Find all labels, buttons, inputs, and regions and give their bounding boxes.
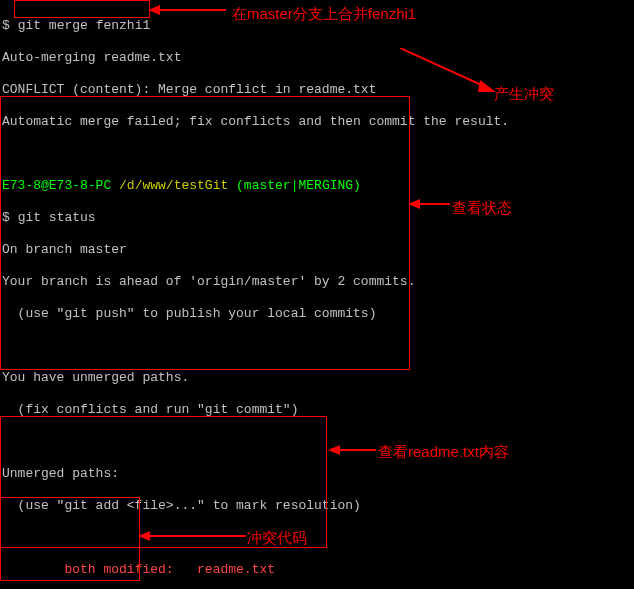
svg-marker-1 (148, 5, 160, 15)
empty-line (2, 338, 632, 354)
status-fix: (fix conflicts and run "git commit") (2, 402, 632, 418)
annot-cat: 查看readme.txt内容 (378, 444, 509, 460)
box-merge-cmd (14, 0, 150, 18)
box-status (0, 96, 410, 370)
prompt-dollar: $ (2, 18, 10, 33)
prompt-line: E73-8@E73-8-PC /d/www/testGit (master|ME… (2, 178, 632, 194)
empty-line (2, 434, 632, 450)
cmd-status: git status (18, 210, 96, 225)
status-ahead: Your branch is ahead of 'origin/master' … (2, 274, 632, 290)
merge-failed: Automatic merge failed; fix conflicts an… (2, 114, 632, 130)
status-add-resolve: (use "git add <file>..." to mark resolut… (2, 498, 632, 514)
annot-conflict: 产生冲突 (494, 86, 554, 102)
arrow-icon (148, 2, 228, 18)
annot-merge: 在master分支上合并fenzhi1 (232, 6, 416, 22)
svg-marker-5 (408, 199, 420, 209)
both-modified-line: both modified: readme.txt (2, 562, 632, 578)
status-push: (use "git push" to publish your local co… (2, 306, 632, 322)
merge-auto: Auto-merging readme.txt (2, 50, 632, 66)
cmd-merge: git merge fenzhi1 (18, 18, 151, 33)
annot-status: 查看状态 (452, 200, 512, 216)
terminal-output[interactable]: $ git merge fenzhi1 Auto-merging readme.… (0, 0, 634, 589)
annot-conflict-code: 冲突代码 (247, 530, 307, 546)
status-unmerged-hdr: You have unmerged paths. (2, 370, 632, 386)
status-on: On branch master (2, 242, 632, 258)
empty-line (2, 530, 632, 546)
empty-line (2, 146, 632, 162)
status-unmerged: Unmerged paths: (2, 466, 632, 482)
